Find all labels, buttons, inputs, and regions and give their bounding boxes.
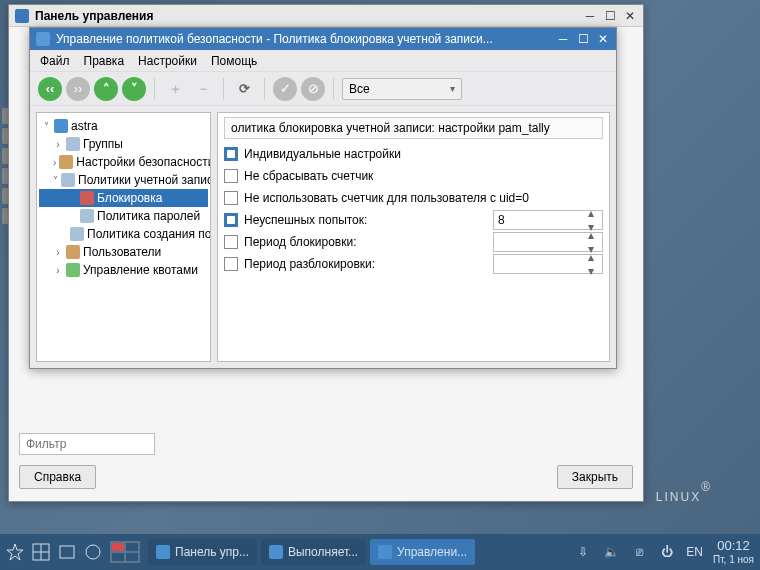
checkbox[interactable] <box>224 235 238 249</box>
taskbar-task[interactable]: Управлени... <box>370 539 475 565</box>
creation-policy-icon <box>70 227 84 241</box>
help-button[interactable]: Справка <box>19 465 96 489</box>
brand-watermark: LINUX® <box>656 477 712 508</box>
spin-input[interactable]: ▴▾ <box>493 254 603 274</box>
menu-edit[interactable]: Правка <box>84 54 125 68</box>
add-icon: ＋ <box>163 77 187 101</box>
close-icon[interactable]: ✕ <box>596 32 610 46</box>
menu-help[interactable]: Помощь <box>211 54 257 68</box>
security-icon <box>59 155 73 169</box>
tree-item-security[interactable]: › Настройки безопасности <box>39 153 208 171</box>
apply-icon: ✓ <box>273 77 297 101</box>
tree-item-quotas[interactable]: › Управление квотами <box>39 261 208 279</box>
quota-icon <box>66 263 80 277</box>
expand-icon[interactable]: › <box>53 265 63 275</box>
remove-icon: － <box>191 77 215 101</box>
option-lock_period: Период блокировки:▴▾ <box>224 231 603 253</box>
tree-item-creation-policy[interactable]: Политика создания пол... <box>39 225 208 243</box>
tree-item-users[interactable]: › Пользователи <box>39 243 208 261</box>
users-icon <box>66 245 80 259</box>
option-label: Период блокировки: <box>244 235 357 249</box>
detail-pane: олитика блокировка учетной записи: настр… <box>217 112 610 362</box>
detail-header: олитика блокировка учетной записи: настр… <box>224 117 603 139</box>
workspaces-icon[interactable] <box>32 543 50 561</box>
inner-titlebar[interactable]: Управление политикой безопасности - Поли… <box>30 28 616 50</box>
cancel-icon: ⊘ <box>301 77 325 101</box>
option-label: Индивидуальные настройки <box>244 147 401 161</box>
checkbox[interactable] <box>224 191 238 205</box>
minimize-icon[interactable]: ─ <box>583 9 597 23</box>
spinner-buttons[interactable]: ▴▾ <box>588 250 600 278</box>
option-label: Не использовать счетчик для пользователя… <box>244 191 529 205</box>
task-label: Выполняет... <box>288 545 358 559</box>
checkbox[interactable] <box>224 213 238 227</box>
option-individual: Индивидуальные настройки <box>224 143 603 165</box>
security-policy-window: Управление политикой безопасности - Поли… <box>29 27 617 369</box>
outer-titlebar[interactable]: Панель управления ─ ☐ ✕ <box>9 5 643 27</box>
tree-pane: ˅ astra › Группы › Настройки безо <box>36 112 211 362</box>
option-uid0: Не использовать счетчик для пользователя… <box>224 187 603 209</box>
svg-rect-0 <box>15 9 29 23</box>
tree-root[interactable]: ˅ astra <box>39 117 208 135</box>
keyboard-lang[interactable]: EN <box>686 545 703 559</box>
nav-tree: ˅ astra › Группы › Настройки безо <box>37 113 210 283</box>
svg-rect-2 <box>227 216 235 224</box>
taskbar-task[interactable]: Выполняет... <box>261 539 366 565</box>
collapse-icon[interactable]: ˅ <box>41 121 51 131</box>
system-tray: ⇩ 🔈 ⎚ ⏻ EN 00:12 Пт, 1 ноя <box>574 539 754 564</box>
checkbox[interactable] <box>224 147 238 161</box>
clock[interactable]: 00:12 Пт, 1 ноя <box>713 539 754 564</box>
network-icon[interactable]: ⎚ <box>630 543 648 561</box>
app-icon <box>36 32 50 46</box>
menu-file[interactable]: Файл <box>40 54 70 68</box>
groups-icon <box>66 137 80 151</box>
minimize-icon[interactable]: ─ <box>556 32 570 46</box>
inner-title-text: Управление политикой безопасности - Поли… <box>56 32 550 46</box>
spin-input[interactable]: 8▴▾ <box>493 210 603 230</box>
tree-item-password-policy[interactable]: Политика паролей <box>39 207 208 225</box>
files-icon[interactable] <box>58 543 76 561</box>
task-label: Управлени... <box>397 545 467 559</box>
tree-item-blocking[interactable]: Блокировка <box>39 189 208 207</box>
option-unlock_period: Период разблокировки:▴▾ <box>224 253 603 275</box>
taskbar-task[interactable]: Панель упр... <box>148 539 257 565</box>
expand-icon[interactable]: › <box>53 247 63 257</box>
policies-icon <box>61 173 75 187</box>
workspace-pager[interactable] <box>110 541 140 563</box>
spin-input[interactable]: ▴▾ <box>493 232 603 252</box>
power-icon[interactable]: ⏻ <box>658 543 676 561</box>
refresh-icon[interactable]: ⟳ <box>232 77 256 101</box>
control-panel-window: Панель управления ─ ☐ ✕ Справка Закрыть … <box>8 4 644 502</box>
tree-item-account-policies[interactable]: ˅ Политики учетной записи <box>39 171 208 189</box>
close-icon[interactable]: ✕ <box>623 9 637 23</box>
checkbox[interactable] <box>224 169 238 183</box>
usb-icon[interactable]: ⇩ <box>574 543 592 561</box>
expand-icon[interactable]: › <box>53 139 63 149</box>
computer-icon <box>54 119 68 133</box>
chevron-down-icon: ▾ <box>450 83 455 94</box>
nav-back-icon[interactable]: ‹‹ <box>38 77 62 101</box>
nav-forward-icon: ›› <box>66 77 90 101</box>
lock-icon <box>80 191 94 205</box>
maximize-icon[interactable]: ☐ <box>603 9 617 23</box>
browser-icon[interactable] <box>84 543 102 561</box>
task-icon <box>156 545 170 559</box>
task-icon <box>378 545 392 559</box>
collapse-icon[interactable]: ˅ <box>53 175 58 185</box>
option-label: Период разблокировки: <box>244 257 375 271</box>
password-policy-icon <box>80 209 94 223</box>
maximize-icon[interactable]: ☐ <box>576 32 590 46</box>
checkbox[interactable] <box>224 257 238 271</box>
menu-settings[interactable]: Настройки <box>138 54 197 68</box>
close-button[interactable]: Закрыть <box>557 465 633 489</box>
filter-combo[interactable]: Все ▾ <box>342 78 462 100</box>
start-icon[interactable] <box>6 543 24 561</box>
nav-up-icon[interactable]: ˄ <box>94 77 118 101</box>
nav-down-icon[interactable]: ˅ <box>122 77 146 101</box>
filter-input[interactable] <box>19 433 155 455</box>
expand-icon[interactable]: › <box>53 157 56 167</box>
tree-item-groups[interactable]: › Группы <box>39 135 208 153</box>
svg-point-7 <box>86 545 100 559</box>
volume-icon[interactable]: 🔈 <box>602 543 620 561</box>
task-icon <box>269 545 283 559</box>
